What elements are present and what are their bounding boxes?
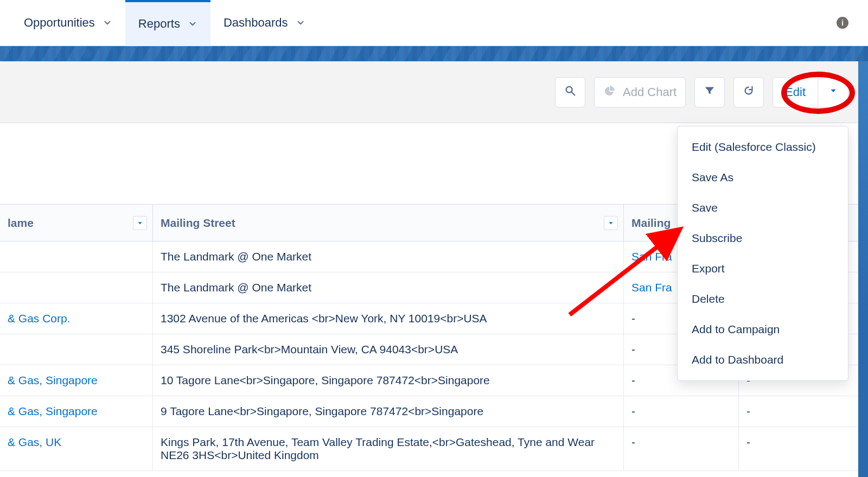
cell-name[interactable]: & Gas, Singapore xyxy=(0,396,153,427)
edit-button[interactable]: Edit xyxy=(773,77,818,107)
cell-street: The Landmark @ One Market xyxy=(153,272,624,303)
menu-item-save[interactable]: Save xyxy=(678,193,848,223)
top-nav: Opportunities Reports Dashboards i xyxy=(0,0,868,46)
nav-reports[interactable]: Reports xyxy=(125,0,210,46)
column-label: Mailing xyxy=(631,217,671,230)
table-row: & Gas, Singapore9 Tagore Lane<br>Singapo… xyxy=(0,396,868,427)
chart-icon xyxy=(603,84,616,100)
column-label: Mailing Street xyxy=(161,217,235,230)
cell-street: 1302 Avenue of the Americas <br>New York… xyxy=(153,303,624,334)
caret-down-icon xyxy=(828,86,838,98)
cell-name xyxy=(0,272,153,303)
chevron-down-icon xyxy=(188,19,197,29)
filter-button[interactable] xyxy=(694,77,725,107)
action-bar: Add Chart Edit xyxy=(0,61,868,123)
cell-street: 9 Tagore Lane<br>Singapore, Singapore 78… xyxy=(153,396,624,427)
edit-dropdown-toggle[interactable] xyxy=(818,77,848,107)
cell-street: 10 Tagore Lane<br>Singapore, Singapore 7… xyxy=(153,365,624,396)
cell-name xyxy=(0,241,153,272)
cell-city: - xyxy=(624,427,739,470)
column-label: lame xyxy=(8,217,34,230)
menu-item-export[interactable]: Export xyxy=(678,253,848,284)
edit-label: Edit xyxy=(785,85,806,99)
column-header-name[interactable]: lame xyxy=(0,205,153,241)
chevron-down-icon xyxy=(296,18,305,28)
search-button[interactable] xyxy=(555,77,585,107)
refresh-button[interactable] xyxy=(733,77,764,107)
cell-street: 345 Shoreline Park<br>Mountain View, CA … xyxy=(153,334,624,365)
nav-opportunities[interactable]: Opportunities xyxy=(11,0,125,46)
cell-city: - xyxy=(624,396,739,427)
contour-decoration xyxy=(0,46,868,61)
chevron-down-icon xyxy=(103,18,112,28)
column-header-street[interactable]: Mailing Street xyxy=(153,205,624,241)
contour-right-rail xyxy=(858,61,868,477)
column-menu-toggle[interactable] xyxy=(604,216,618,230)
edit-split-button: Edit xyxy=(773,77,848,107)
menu-item-delete[interactable]: Delete xyxy=(678,284,848,314)
cell-extra: - xyxy=(739,427,868,470)
search-icon xyxy=(564,85,576,100)
svg-line-1 xyxy=(572,92,575,95)
info-icon[interactable]: i xyxy=(837,17,848,29)
add-chart-label: Add Chart xyxy=(623,85,676,99)
edit-dropdown-menu: Edit (Salesforce Classic)Save AsSaveSubs… xyxy=(677,126,848,381)
nav-dashboards[interactable]: Dashboards xyxy=(210,0,318,46)
cell-name[interactable]: & Gas, UK xyxy=(0,427,153,470)
nav-label: Reports xyxy=(138,17,180,31)
menu-item-subscribe[interactable]: Subscribe xyxy=(678,223,848,253)
menu-item-add-to-campaign[interactable]: Add to Campaign xyxy=(678,314,848,345)
menu-item-save-as[interactable]: Save As xyxy=(678,162,848,193)
nav-label: Dashboards xyxy=(224,16,288,30)
menu-item-add-to-dashboard[interactable]: Add to Dashboard xyxy=(678,345,848,375)
cell-street: The Landmark @ One Market xyxy=(153,241,624,272)
menu-item-edit-salesforce-classic[interactable]: Edit (Salesforce Classic) xyxy=(678,132,848,162)
refresh-icon xyxy=(743,85,755,100)
cell-street: Kings Park, 17th Avenue, Team Valley Tra… xyxy=(153,427,624,470)
nav-label: Opportunities xyxy=(24,16,95,30)
column-menu-toggle[interactable] xyxy=(133,216,147,230)
cell-name xyxy=(0,334,153,365)
cell-name[interactable]: & Gas, Singapore xyxy=(0,365,153,396)
table-row: & Gas, UKKings Park, 17th Avenue, Team V… xyxy=(0,427,868,471)
cell-extra: - xyxy=(739,396,868,427)
cell-name[interactable]: & Gas Corp. xyxy=(0,303,153,334)
add-chart-button[interactable]: Add Chart xyxy=(594,77,686,107)
filter-icon xyxy=(704,85,716,100)
